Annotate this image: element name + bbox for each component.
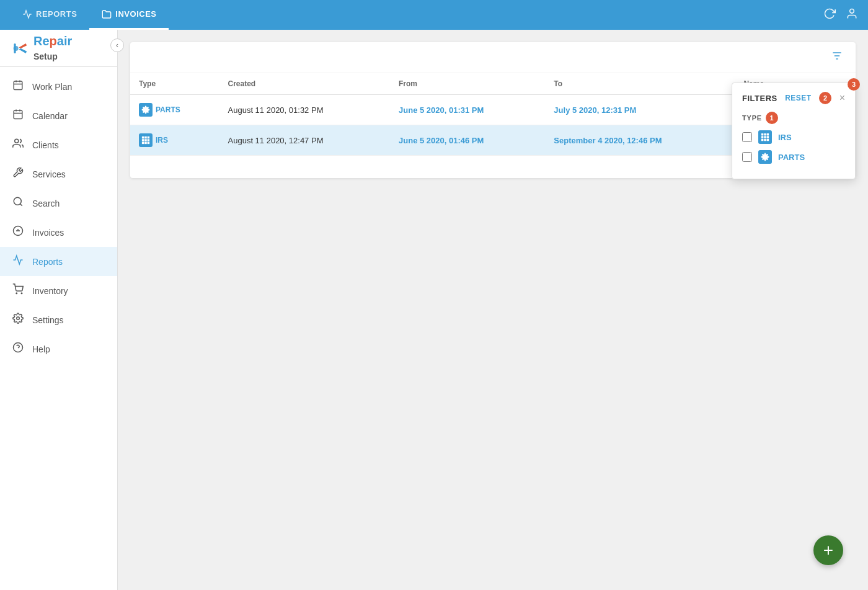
calendar-icon bbox=[11, 109, 25, 123]
main-content: Type Created From To Name PARTSAugust 11… bbox=[118, 30, 868, 590]
sidebar-item-label: Settings bbox=[32, 315, 64, 325]
refresh-icon[interactable] bbox=[823, 7, 836, 23]
col-from: From bbox=[390, 73, 545, 95]
sidebar-item-calendar[interactable]: Calendar bbox=[0, 101, 117, 130]
parts-gear-icon bbox=[758, 150, 772, 164]
svg-line-13 bbox=[20, 203, 22, 205]
filter-irs-label: IRS bbox=[778, 133, 792, 142]
filter-close-button[interactable]: × bbox=[839, 93, 845, 103]
cell-from: June 5 2020, 01:46 PM bbox=[390, 125, 545, 156]
svg-rect-26 bbox=[148, 136, 150, 139]
cell-type: PARTS bbox=[130, 95, 219, 125]
sidebar-item-label: Clients bbox=[32, 140, 59, 150]
sidebar-item-label: Calendar bbox=[32, 111, 68, 121]
sidebar-item-label: Inventory bbox=[32, 286, 68, 296]
filter-title: FILTERS bbox=[742, 94, 777, 103]
reports-icon bbox=[11, 254, 25, 269]
cell-to: July 5 2020, 12:31 PM bbox=[545, 95, 735, 125]
svg-rect-39 bbox=[761, 139, 764, 141]
svg-rect-41 bbox=[767, 139, 769, 141]
sidebar-item-label: Reports bbox=[32, 257, 63, 267]
svg-point-12 bbox=[14, 197, 21, 205]
filter-option-irs[interactable]: IRS bbox=[742, 130, 845, 144]
filter-option-parts[interactable]: PARTS bbox=[742, 150, 845, 164]
svg-point-16 bbox=[16, 293, 17, 294]
cell-to: September 4 2020, 12:46 PM bbox=[545, 125, 735, 156]
services-icon bbox=[11, 167, 25, 181]
col-created: Created bbox=[219, 73, 391, 95]
sidebar-item-label: Help bbox=[32, 344, 50, 354]
filter-reset-button[interactable]: RESET bbox=[785, 94, 812, 102]
filter-button[interactable] bbox=[827, 48, 847, 66]
svg-rect-3 bbox=[14, 81, 22, 90]
sidebar-item-help[interactable]: Help bbox=[0, 334, 117, 364]
inventory-icon bbox=[11, 284, 25, 298]
svg-rect-40 bbox=[764, 139, 766, 141]
svg-rect-38 bbox=[767, 136, 769, 138]
sidebar: Repair Setup ‹ Work Plan bbox=[0, 30, 118, 590]
logo-icon bbox=[10, 38, 30, 58]
layout: Repair Setup ‹ Work Plan bbox=[0, 30, 868, 590]
sidebar-item-settings[interactable]: Settings bbox=[0, 305, 117, 334]
filter-badge-1: 1 bbox=[766, 112, 778, 124]
filter-checkbox-irs[interactable] bbox=[742, 132, 752, 142]
top-nav-actions bbox=[823, 7, 858, 23]
svg-point-11 bbox=[15, 139, 19, 143]
invoices-icon bbox=[11, 225, 25, 239]
sidebar-item-label: Invoices bbox=[32, 228, 64, 238]
filter-type-label: TYPE 1 bbox=[742, 112, 845, 124]
user-icon[interactable] bbox=[846, 7, 858, 23]
svg-rect-25 bbox=[144, 136, 147, 139]
filter-parts-label: PARTS bbox=[778, 153, 805, 162]
cell-created: August 11 2020, 01:32 PM bbox=[219, 95, 391, 125]
svg-point-0 bbox=[850, 9, 854, 13]
add-report-fab[interactable]: + bbox=[813, 535, 843, 565]
filter-badge-2: 2 bbox=[819, 92, 831, 104]
svg-rect-37 bbox=[764, 136, 766, 138]
sidebar-item-label: Search bbox=[32, 199, 60, 208]
sidebar-item-label: Services bbox=[32, 169, 66, 179]
settings-icon bbox=[11, 313, 25, 327]
sidebar-item-reports[interactable]: Reports bbox=[0, 247, 117, 276]
svg-rect-24 bbox=[142, 136, 144, 139]
svg-rect-34 bbox=[764, 133, 766, 136]
cell-created: August 11 2020, 12:47 PM bbox=[219, 125, 391, 156]
sidebar-item-services[interactable]: Services bbox=[0, 159, 117, 189]
filter-checkbox-parts[interactable] bbox=[742, 152, 752, 162]
filter-panel: FILTERS RESET 2 × 3 TYPE 1 bbox=[732, 83, 856, 179]
top-nav-tabs: REPORTS INVOICES bbox=[10, 0, 823, 30]
tab-reports[interactable]: REPORTS bbox=[10, 0, 89, 30]
work-plan-icon bbox=[11, 79, 25, 94]
svg-rect-2 bbox=[14, 43, 16, 53]
sidebar-nav: Work Plan Calendar bbox=[0, 67, 117, 590]
sidebar-item-invoices[interactable]: Invoices bbox=[0, 218, 117, 247]
sidebar-item-clients[interactable]: Clients bbox=[0, 130, 117, 159]
svg-rect-27 bbox=[142, 139, 144, 141]
sidebar-item-inventory[interactable]: Inventory bbox=[0, 276, 117, 305]
sidebar-item-search[interactable]: Search bbox=[0, 189, 117, 218]
sidebar-item-label: Work Plan bbox=[32, 82, 72, 92]
svg-point-17 bbox=[21, 293, 22, 294]
logo-text: Repair Setup bbox=[33, 34, 72, 63]
col-to: To bbox=[545, 73, 735, 95]
svg-rect-35 bbox=[767, 133, 769, 136]
irs-grid-icon bbox=[758, 130, 772, 144]
sidebar-item-work-plan[interactable]: Work Plan bbox=[0, 72, 117, 101]
card-toolbar bbox=[130, 42, 856, 73]
svg-rect-30 bbox=[142, 142, 144, 145]
svg-point-18 bbox=[17, 317, 20, 320]
filter-badge-3: 3 bbox=[848, 78, 860, 91]
svg-rect-28 bbox=[144, 139, 147, 141]
clients-icon bbox=[11, 138, 25, 152]
help-icon bbox=[11, 342, 25, 356]
svg-rect-7 bbox=[14, 110, 22, 119]
top-nav: REPORTS INVOICES bbox=[0, 0, 868, 30]
svg-rect-32 bbox=[148, 142, 150, 145]
cell-from: June 5 2020, 01:31 PM bbox=[390, 95, 545, 125]
tab-invoices[interactable]: INVOICES bbox=[89, 0, 169, 30]
sidebar-collapse-button[interactable]: ‹ bbox=[110, 38, 124, 52]
col-type: Type bbox=[130, 73, 219, 95]
cell-type: IRS bbox=[130, 125, 219, 156]
svg-rect-31 bbox=[144, 142, 147, 145]
filter-panel-header: FILTERS RESET 2 × 3 bbox=[742, 92, 845, 104]
